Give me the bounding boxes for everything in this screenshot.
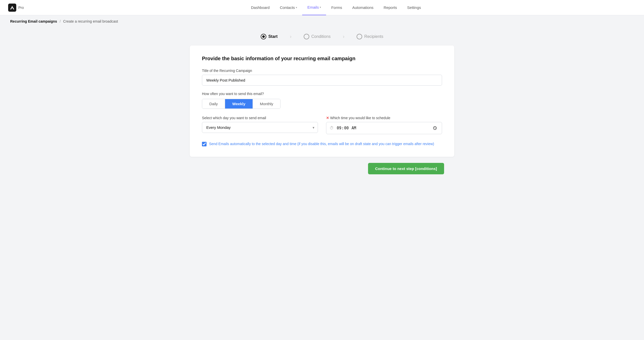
nav-settings[interactable]: Settings xyxy=(402,0,426,15)
step-arrow-1: › xyxy=(290,34,291,39)
freq-weekly[interactable]: Weekly xyxy=(225,99,253,109)
title-label: Title of the Recurring Campaign xyxy=(202,69,442,73)
time-column: ✕Which time you would like to schedule ⏱ xyxy=(326,116,442,134)
day-column: Select which day you want to send email … xyxy=(202,116,318,134)
main-content: Provide the basic information of your re… xyxy=(0,45,644,191)
breadcrumb-current[interactable]: Recurring Email campaigns xyxy=(10,19,57,23)
continue-button[interactable]: Continue to next step [conditions] xyxy=(368,163,444,174)
step-conditions-circle xyxy=(304,34,309,39)
day-label: Select which day you want to send email xyxy=(202,116,318,120)
step-start[interactable]: Start xyxy=(261,34,277,39)
day-time-row: Select which day you want to send email … xyxy=(202,116,442,134)
nav-automations[interactable]: Automations xyxy=(347,0,378,15)
nav-forms[interactable]: Forms xyxy=(326,0,347,15)
step-recipients-circle xyxy=(357,34,362,39)
contacts-arrow: ▾ xyxy=(296,6,297,9)
brand[interactable]: Pro xyxy=(8,4,24,12)
breadcrumb: Recurring Email campaigns / Create a rec… xyxy=(0,15,644,27)
auto-send-checkbox[interactable] xyxy=(202,142,207,146)
time-input-wrapper: ⏱ xyxy=(326,122,442,134)
breadcrumb-sub: Create a recurring email broadcast xyxy=(63,19,118,23)
main-nav: Dashboard Contacts ▾ Emails ▾ Forms Auto… xyxy=(36,0,636,15)
nav-dashboard[interactable]: Dashboard xyxy=(246,0,275,15)
emails-arrow: ▾ xyxy=(320,6,321,9)
step-arrow-2: › xyxy=(343,34,345,39)
step-start-circle xyxy=(261,34,266,39)
freq-monthly[interactable]: Monthly xyxy=(253,99,281,109)
campaign-title-input[interactable] xyxy=(202,75,442,86)
time-label: ✕Which time you would like to schedule xyxy=(326,116,442,120)
auto-send-checkbox-row: Send Emails automatically to the selecte… xyxy=(202,141,442,147)
breadcrumb-separator: / xyxy=(60,19,61,23)
freq-daily[interactable]: Daily xyxy=(202,99,225,109)
clock-icon: ⏱ xyxy=(330,126,334,130)
brand-label: Pro xyxy=(18,6,24,10)
step-recipients[interactable]: Recipients xyxy=(357,34,383,39)
step-conditions-label: Conditions xyxy=(311,34,331,39)
form-title: Provide the basic information of your re… xyxy=(202,56,442,61)
form-card: Provide the basic information of your re… xyxy=(190,45,454,157)
stepper: Start › Conditions › Recipients xyxy=(0,27,644,45)
nav-reports[interactable]: Reports xyxy=(378,0,402,15)
day-select[interactable]: Every Monday Every Tuesday Every Wednesd… xyxy=(202,122,318,133)
frequency-buttons: Daily Weekly Monthly xyxy=(202,99,281,109)
brand-logo xyxy=(8,4,16,12)
nav-contacts[interactable]: Contacts ▾ xyxy=(275,0,302,15)
step-recipients-label: Recipients xyxy=(364,34,383,39)
step-start-label: Start xyxy=(268,34,277,39)
time-input[interactable] xyxy=(326,122,442,134)
nav-emails[interactable]: Emails ▾ xyxy=(302,0,326,15)
x-mark-icon: ✕ xyxy=(326,116,329,120)
freq-label: How often you want to send this email? xyxy=(202,92,442,96)
auto-send-label: Send Emails automatically to the selecte… xyxy=(209,141,434,147)
day-select-wrapper: Every Monday Every Tuesday Every Wednesd… xyxy=(202,122,318,133)
footer-bar: Continue to next step [conditions] xyxy=(190,157,454,180)
navbar: Pro Dashboard Contacts ▾ Emails ▾ Forms … xyxy=(0,0,644,15)
step-conditions[interactable]: Conditions xyxy=(304,34,331,39)
